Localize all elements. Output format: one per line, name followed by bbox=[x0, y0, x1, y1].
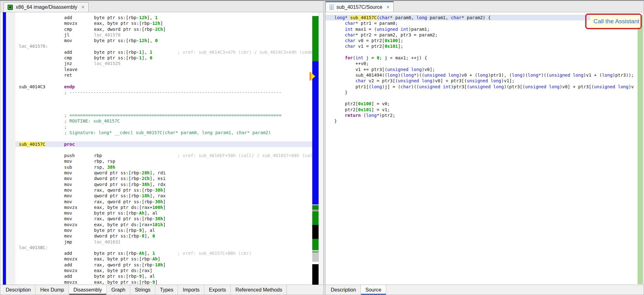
disasm-line[interactable]: addrax, qword ptr ss:[rbp-18h] bbox=[15, 262, 312, 268]
minimap-segment-green bbox=[312, 239, 319, 250]
disassembly-content: addbyte ptr ss:[rbp-12h], 1movzxeax, byt… bbox=[0, 12, 324, 285]
disasm-line[interactable]: movbyte ptr ss:[rbp-12h], 0 bbox=[15, 38, 312, 43]
disassembly-scrollbar[interactable] bbox=[319, 12, 324, 285]
minimap-segment-silver bbox=[312, 252, 319, 262]
source-line[interactable]: char* ptr2 = param2, ptr3 = param2; bbox=[334, 32, 637, 38]
disasm-line[interactable]: movrax, qword ptr ss:[rbp-38h] bbox=[15, 199, 312, 205]
tab-x86-64-image-disassembly[interactable]: x86_64 image/Disassembly × bbox=[3, 2, 89, 12]
tab-referenced-methods[interactable]: Referenced Methods bbox=[231, 285, 287, 295]
source-minimap[interactable] bbox=[638, 15, 643, 284]
source-line[interactable]: char v2 = ptr3[(unsigned long)v0] + ptr3… bbox=[334, 78, 637, 84]
disasm-line[interactable]: jnzloc_401525 bbox=[15, 61, 312, 66]
close-icon[interactable]: × bbox=[81, 4, 85, 10]
disasm-line[interactable]: cmpbyte ptr ss:[rbp-1], 0 bbox=[15, 55, 312, 61]
tab-hex-dump[interactable]: Hex Dump bbox=[36, 285, 69, 295]
disasm-line[interactable] bbox=[15, 101, 312, 107]
disasm-line[interactable] bbox=[15, 147, 312, 153]
source-line[interactable]: char v1 = ptr2[0x101]; bbox=[334, 43, 637, 49]
source-view[interactable]: long* sub_40157C(char* param0, long para… bbox=[325, 12, 637, 285]
disasm-line[interactable]: movbyte ptr ss:[rbp-9], al bbox=[15, 227, 312, 233]
disassembly-view[interactable]: addbyte ptr ss:[rbp-12h], 1movzxeax, byt… bbox=[15, 12, 312, 285]
disasm-line[interactable]: loc_401570: bbox=[15, 43, 312, 49]
source-line[interactable]: for(int j = 0; j < max1; ++j) { bbox=[334, 55, 637, 61]
disassembly-minimap[interactable] bbox=[312, 12, 319, 285]
tab-source[interactable]: Source bbox=[361, 285, 386, 295]
left-tab-strip: x86_64 image/Disassembly × bbox=[0, 1, 324, 12]
disasm-line[interactable]: movzxeax, byte ptr ds:[rax+100h] bbox=[15, 205, 312, 210]
cpu-chip-icon bbox=[8, 5, 13, 10]
source-line[interactable]: ++v0; bbox=[334, 61, 637, 66]
disasm-line[interactable]: cmpeax, dword ptr ss:[rbp-2Ch] bbox=[15, 26, 312, 32]
source-line[interactable]: } bbox=[334, 118, 637, 124]
disasm-line[interactable]: movqword ptr ss:[rbp-38h], rdx bbox=[15, 182, 312, 187]
disasm-line[interactable] bbox=[15, 78, 312, 84]
left-nav-bar[interactable] bbox=[3, 12, 6, 285]
tab-description[interactable]: Description bbox=[1, 285, 36, 295]
tab-description[interactable]: Description bbox=[326, 285, 361, 295]
disasm-line[interactable]: addbyte ptr ss:[rbp-9], al bbox=[15, 273, 312, 279]
tab-graph[interactable]: Graph bbox=[107, 285, 130, 295]
disasm-line[interactable]: ret bbox=[15, 72, 312, 78]
disasm-line[interactable]: movrbp, rsp bbox=[15, 158, 312, 164]
source-content: long* sub_40157C(char* param0, long para… bbox=[325, 12, 644, 285]
source-line[interactable]: char v0 = ptr2[0x100]; bbox=[334, 38, 637, 43]
disasm-line[interactable]: ; bbox=[15, 124, 312, 130]
minimap-position-marker[interactable] bbox=[310, 72, 315, 80]
disasm-line[interactable]: movrax, qword ptr ss:[rbp-38h] bbox=[15, 187, 312, 193]
disasm-line[interactable]: sub_4014C3endp bbox=[15, 84, 312, 90]
disasm-line[interactable]: addbyte ptr ss:[rbp-12h], 1 bbox=[15, 15, 312, 20]
source-line[interactable]: } bbox=[334, 90, 637, 95]
source-line[interactable]: ptr2[0x101] = v1; bbox=[334, 107, 637, 112]
disasm-line[interactable]: movqword ptr ss:[rbp-18h], rax bbox=[15, 193, 312, 199]
disasm-line-current[interactable]: sub_40157Cproc bbox=[15, 141, 312, 147]
source-line[interactable]: ptr1[(long)j] = (char)((unsigned int)ptr… bbox=[334, 84, 637, 90]
tab-sub-40157c-source[interactable]: sub_40157C/Source × bbox=[325, 1, 394, 12]
disasm-line[interactable]: ; Signature: long* __cdecl sub_40157C(ch… bbox=[15, 130, 312, 135]
tab-imports[interactable]: Imports bbox=[178, 285, 204, 295]
disasm-line[interactable]: loc_4015BC: bbox=[15, 245, 312, 250]
document-icon bbox=[330, 5, 334, 10]
source-line[interactable] bbox=[334, 49, 637, 55]
minimap-segment-green bbox=[312, 16, 319, 61]
minimap-segment-green bbox=[312, 211, 319, 225]
disasm-line[interactable]: movzxeax, byte ptr ss:[rbp-9] bbox=[15, 279, 312, 285]
disasm-line[interactable]: pushrbp; xref: sub_4016EF+50h (call) / s… bbox=[15, 153, 312, 158]
disasm-line[interactable]: movdword ptr ss:[rbp-8], 0 bbox=[15, 233, 312, 239]
disasm-line[interactable] bbox=[15, 107, 312, 112]
assistant-annotation-box: Call the Assistant bbox=[585, 14, 642, 29]
disasm-line[interactable]: ; --------------------------------------… bbox=[15, 90, 312, 95]
close-icon[interactable]: × bbox=[386, 4, 390, 10]
source-line[interactable]: v1 += ptr3[(unsigned long)v0]; bbox=[334, 67, 637, 72]
disasm-line[interactable]: movzxeax, byte ptr ss:[rbp-Ah] bbox=[15, 256, 312, 262]
disasm-line[interactable]: addbyte ptr ss:[rbp-Ah], 1; xref: sub_40… bbox=[15, 250, 312, 256]
source-line[interactable]: return (long*)ptr2; bbox=[334, 112, 637, 118]
disasm-line[interactable]: ; ======================================… bbox=[15, 112, 312, 118]
call-assistant-button[interactable]: Call the Assistant bbox=[590, 15, 641, 28]
source-line[interactable] bbox=[334, 95, 637, 101]
disasm-line[interactable] bbox=[15, 95, 312, 101]
right-tab-strip: sub_40157C/Source × bbox=[325, 1, 644, 12]
disasm-line[interactable]: addbyte ptr ss:[rbp-1], 1; xref: sub_401… bbox=[15, 49, 312, 55]
disasm-line[interactable]: movqword ptr ss:[rbp-28h], rdi bbox=[15, 170, 312, 176]
tab-strings[interactable]: Strings bbox=[130, 285, 155, 295]
tab-disassembly[interactable]: Disassembly bbox=[69, 285, 107, 295]
minimap-segment-blue bbox=[312, 61, 319, 205]
left-bottom-tabs: DescriptionHex DumpDisassemblyGraphStrin… bbox=[0, 285, 324, 295]
disasm-line[interactable]: subrsp, 38h bbox=[15, 164, 312, 170]
source-pane: sub_40157C/Source × long* sub_40157C(cha… bbox=[325, 1, 644, 295]
disasm-line[interactable]: movzxeax, byte ptr ds:[rax+101h] bbox=[15, 222, 312, 227]
disasm-line[interactable]: movzxeax, byte ptr ds:[rax] bbox=[15, 268, 312, 273]
disasm-line[interactable]: movrax, qword ptr ss:[rbp-38h] bbox=[15, 216, 312, 221]
disasm-line[interactable]: jlloc_401570 bbox=[15, 32, 312, 38]
source-line[interactable]: sub_401494((long)(long*)((unsigned long)… bbox=[334, 72, 637, 78]
disasm-line[interactable]: leave bbox=[15, 67, 312, 72]
disasm-line[interactable] bbox=[15, 135, 312, 141]
tab-types[interactable]: Types bbox=[155, 285, 178, 295]
source-line[interactable]: ptr2[0x100] = v0; bbox=[334, 101, 637, 107]
tab-exports[interactable]: Exports bbox=[204, 285, 231, 295]
disasm-line[interactable]: movdword ptr ss:[rbp-2Ch], esi bbox=[15, 176, 312, 181]
disasm-line[interactable]: movbyte ptr ss:[rbp-Ah], al bbox=[15, 210, 312, 216]
disasm-line[interactable]: jmploc_401631 bbox=[15, 239, 312, 245]
disasm-line[interactable]: movzxeax, byte ptr ss:[rbp-12h] bbox=[15, 20, 312, 26]
disasm-line[interactable]: ; ROUTINE: sub_40157C bbox=[15, 118, 312, 124]
